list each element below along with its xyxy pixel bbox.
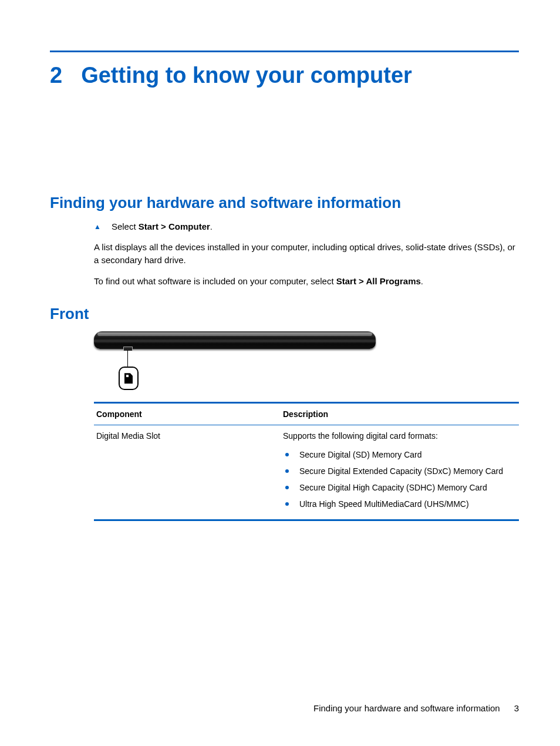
desc-lead: Supports the following digital card form… [283,431,517,441]
callout-badge [119,367,139,390]
list-text: Secure Digital High Capacity (SDHC) Memo… [299,483,487,492]
table-header-row: Component Description [94,403,519,425]
section-heading-hardware: Finding your hardware and software infor… [50,194,519,212]
cell-component: Digital Media Slot [94,425,281,520]
step-prefix: Select [112,221,139,231]
para2-prefix: To find out what software is included on… [94,276,336,286]
section-heading-front: Front [50,305,519,323]
footer-page-number: 3 [514,703,519,713]
list-item: Ultra High Speed MultiMediaCard (UHS/MMC… [283,496,517,512]
chapter-title: Getting to know your computer [81,63,412,88]
laptop-top-strip [97,332,372,336]
list-text: Secure Digital (SD) Memory Card [299,450,422,459]
desc-list: Secure Digital (SD) Memory Card Secure D… [283,446,517,512]
front-diagram [94,331,519,396]
chapter-number: 2 [50,63,62,88]
list-item: Secure Digital (SD) Memory Card [283,446,517,463]
bullet-icon [285,502,289,506]
th-component: Component [94,403,281,425]
chapter-rule [50,51,519,52]
list-item: Secure Digital High Capacity (SDHC) Memo… [283,479,517,496]
step-line: ▲ Select Start > Computer. [94,221,519,231]
table-row: Digital Media Slot Supports the followin… [94,425,519,520]
para-software: To find out what software is included on… [94,275,519,288]
para-devices: A list displays all the devices installe… [94,241,519,267]
footer-section-ref: Finding your hardware and software infor… [313,703,500,713]
list-text: Ultra High Speed MultiMediaCard (UHS/MMC… [299,499,469,509]
step-bold: Start > Computer [139,221,210,231]
para2-suffix: . [421,276,423,286]
step-triangle-icon: ▲ [94,223,101,231]
cell-description: Supports the following digital card form… [281,425,519,520]
bullet-icon [285,469,289,473]
chapter-heading: 2 Getting to know your computer [50,63,519,88]
component-table: Component Description Digital Media Slot… [94,402,519,521]
step-suffix: . [210,221,212,231]
bullet-icon [285,453,289,456]
laptop-front-edge [94,331,376,349]
media-slot-marker [123,347,133,351]
list-text: Secure Digital Extended Capacity (SDxC) … [299,466,503,476]
th-description: Description [281,403,519,425]
list-item: Secure Digital Extended Capacity (SDxC) … [283,463,517,479]
page-content: 2 Getting to know your computer Finding … [50,51,519,521]
callout-leader [127,350,128,367]
sd-card-icon [124,373,133,384]
bullet-icon [285,486,289,489]
page-footer: Finding your hardware and software infor… [0,703,519,713]
section1-body: ▲ Select Start > Computer. A list displa… [94,221,519,287]
step-text: Select Start > Computer. [112,221,212,231]
para2-bold: Start > All Programs [336,276,421,286]
